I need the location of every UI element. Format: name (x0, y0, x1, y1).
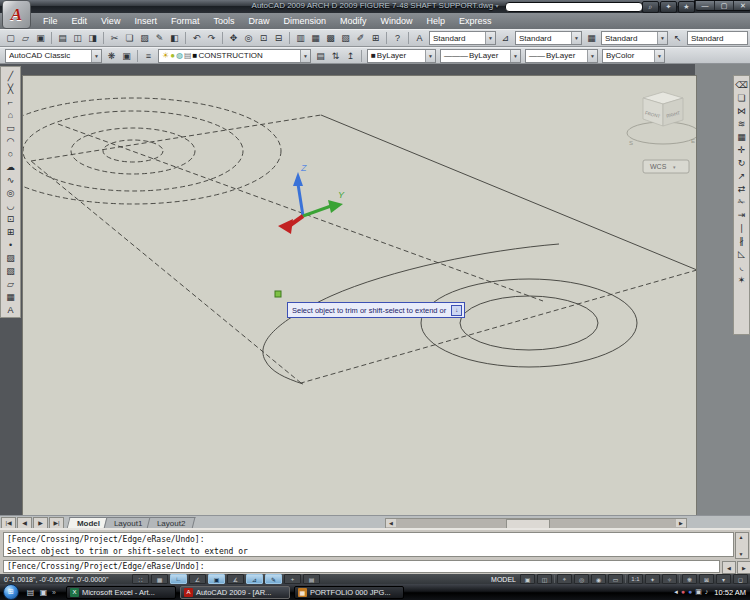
polar-toggle[interactable]: ∠ (189, 574, 206, 584)
mleader-style-select[interactable]: Standard (687, 31, 748, 45)
mirror-icon[interactable]: ⋈ (734, 104, 749, 117)
chevron-down-icon[interactable]: ▼ (485, 32, 495, 44)
scroll-right-icon[interactable]: ▶ (676, 519, 686, 527)
dim-style-select[interactable]: Standard▼ (515, 31, 582, 45)
annotation-visibility-button[interactable]: ✦ (645, 574, 660, 584)
menu-insert[interactable]: Insert (127, 13, 164, 29)
copy-icon[interactable]: ❏ (122, 32, 137, 45)
quickcalc-icon[interactable]: ⊞ (368, 32, 383, 45)
spline-icon[interactable]: ∿ (3, 173, 18, 186)
point-icon[interactable]: • (3, 238, 18, 251)
quick-launch-more-icon[interactable]: » (52, 589, 56, 596)
chevron-down-icon[interactable]: ▼ (654, 50, 664, 62)
menu-help[interactable]: Help (420, 13, 453, 29)
otrack-toggle[interactable]: ∡ (227, 574, 244, 584)
revcloud-icon[interactable]: ☁ (3, 160, 18, 173)
toolbar-lock-button[interactable]: ⊠ (699, 574, 714, 584)
ellipse-arc-icon[interactable]: ◡ (3, 199, 18, 212)
rectangle-icon[interactable]: ▭ (3, 121, 18, 134)
layout-button[interactable]: ◫ (537, 574, 552, 584)
menu-browser-button[interactable]: A (2, 0, 31, 29)
polygon-icon[interactable]: ⌂ (3, 108, 18, 121)
osnap-toggle[interactable]: ▣ (208, 574, 225, 584)
lineweight-select[interactable]: ——ByLayer▼ (525, 49, 598, 63)
annotation-scale-button[interactable]: 1:1 (628, 574, 643, 584)
coordinate-display[interactable]: 0'-1.0018", -0'-0.6567", 0'-0.0000" (4, 576, 124, 583)
model-space-label[interactable]: MODEL (491, 576, 516, 583)
layer-states-icon[interactable]: ↥ (343, 49, 358, 62)
viewcube[interactable]: S E FRONT RIGHT (627, 92, 696, 146)
tray-volume-icon[interactable]: ♪ (705, 588, 709, 596)
menu-dimension[interactable]: Dimension (276, 13, 333, 29)
array-icon[interactable]: ▦ (734, 130, 749, 143)
tab-last-button[interactable]: ▶| (49, 517, 64, 529)
trim-icon[interactable]: ✁ (734, 195, 749, 208)
ortho-toggle[interactable]: ∟ (170, 574, 187, 584)
menu-express[interactable]: Express (452, 13, 499, 29)
menu-format[interactable]: Format (164, 13, 207, 29)
cut-icon[interactable]: ✂ (107, 32, 122, 45)
command-history[interactable]: [Fence/Crossing/Project/Edge/eRase/Undo]… (3, 532, 734, 557)
minimize-button[interactable]: — (695, 1, 714, 10)
text-style-select[interactable]: Standard▼ (429, 31, 496, 45)
model-space-button[interactable]: ▣ (520, 574, 535, 584)
qp-toggle[interactable]: ▤ (303, 574, 320, 584)
ducs-toggle[interactable]: ⊿ (246, 574, 263, 584)
block-editor-icon[interactable]: ◧ (167, 32, 182, 45)
stretch-icon[interactable]: ⇄ (734, 182, 749, 195)
tray-security-icon[interactable]: ● (688, 588, 692, 596)
snap-toggle[interactable]: ∷ (132, 574, 149, 584)
tool-palettes-icon[interactable]: ▩ (323, 32, 338, 45)
menu-view[interactable]: View (94, 13, 127, 29)
move-icon[interactable]: ✛ (734, 143, 749, 156)
plotstyle-select[interactable]: ByColor▼ (602, 49, 665, 63)
tab-first-button[interactable]: |◀ (1, 517, 16, 529)
wcs-dropdown[interactable]: WCS ▾ (643, 160, 689, 173)
tab-next-button[interactable]: ▶ (33, 517, 48, 529)
model-space-canvas[interactable]: Z Y S E FRONT RIGHT WCS (22, 75, 697, 517)
region-icon[interactable]: ▱ (3, 277, 18, 290)
taskbar-clock[interactable]: 10:52 AM (714, 588, 746, 597)
dyn-toggle[interactable]: ✎ (265, 574, 282, 584)
status-menu-button[interactable]: ▾ (716, 574, 731, 584)
polyline-icon[interactable]: ⌐ (3, 95, 18, 108)
grid-toggle[interactable]: ▦ (151, 574, 168, 584)
tray-alert-icon[interactable]: ● (681, 588, 685, 596)
hatch-icon[interactable]: ▨ (3, 251, 18, 264)
menu-file[interactable]: File (36, 13, 65, 29)
menu-window[interactable]: Window (374, 13, 420, 29)
help-icon[interactable]: ? (390, 32, 405, 45)
offset-icon[interactable]: ≋ (734, 117, 749, 130)
lwt-toggle[interactable]: + (284, 574, 301, 584)
pan-icon[interactable]: ✥ (226, 32, 241, 45)
scroll-down-icon[interactable]: ▼ (736, 550, 746, 558)
menu-draw[interactable]: Draw (241, 13, 276, 29)
scroll-up-icon[interactable]: ▲ (736, 533, 746, 541)
arc-icon[interactable]: ◠ (3, 134, 18, 147)
chevron-down-icon[interactable]: ▼ (587, 50, 597, 62)
scale-icon[interactable]: ↗ (734, 169, 749, 182)
clean-screen-button[interactable]: ◻ (733, 574, 748, 584)
copy-object-icon[interactable]: ❏ (734, 91, 749, 104)
match-properties-icon[interactable]: ✎ (152, 32, 167, 45)
make-block-icon[interactable]: ⊞ (3, 225, 18, 238)
close-button[interactable]: ✕ (733, 1, 750, 10)
mtext-icon[interactable]: A (3, 303, 18, 316)
open-icon[interactable]: ▱ (18, 32, 33, 45)
chevron-down-icon[interactable]: ▼ (510, 50, 520, 62)
extend-icon[interactable]: ⇥ (734, 208, 749, 221)
restore-button[interactable]: ▢ (714, 1, 733, 10)
tooltip-down-arrow-icon[interactable]: ↓ (451, 305, 462, 316)
markup-icon[interactable]: ✐ (353, 32, 368, 45)
menu-tools[interactable]: Tools (206, 13, 241, 29)
table-style-select[interactable]: Standard▼ (601, 31, 668, 45)
scroll-right-icon[interactable]: ▶ (737, 561, 750, 574)
construction-line-icon[interactable]: ╳ (3, 82, 18, 95)
chevron-down-icon[interactable]: ▼ (425, 50, 435, 62)
redo-icon[interactable]: ↷ (204, 32, 219, 45)
command-scrollbar[interactable]: ▲ ▼ (735, 532, 749, 559)
break-point-icon[interactable]: ∣ (734, 221, 749, 234)
layer-plot-icon[interactable]: ▤ (184, 51, 192, 60)
layer-on-icon[interactable]: ☀ (162, 51, 169, 60)
task-autocad[interactable]: AAutoCAD 2009 - [AR... (180, 586, 290, 599)
